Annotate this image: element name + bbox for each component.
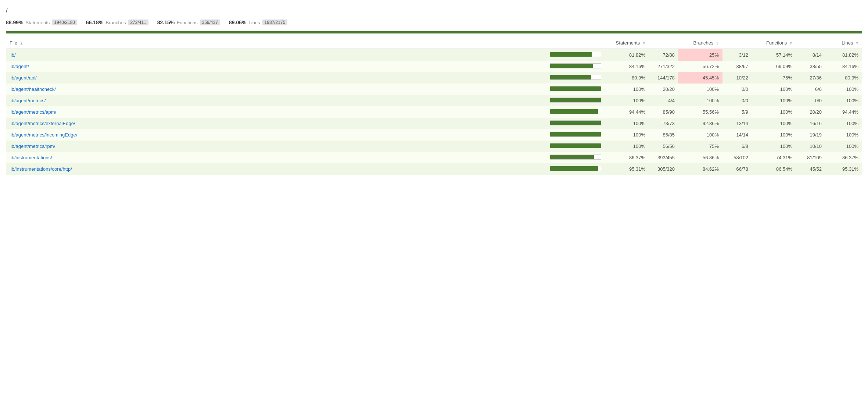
col-header-fn-num [796,37,825,49]
br-num: 13/14 [722,118,752,129]
fn-num: 6/6 [796,84,825,95]
stmt-pct: 94.44% [605,106,649,118]
col-header-lines[interactable]: Lines ⇕ [825,37,862,49]
branches-badge: 272/411 [128,19,148,25]
ln-pct: 100% [825,84,862,95]
col-header-statements[interactable]: Statements ⇕ [605,37,649,49]
bar-cell [546,141,605,152]
file-link[interactable]: lib/agent/metrics/ [10,98,46,103]
functions-pct: 82.15% [157,19,175,25]
bar-cell [546,95,605,106]
col-header-file[interactable]: File ▲ [6,37,546,49]
sort-icon-lines: ⇕ [856,41,858,45]
br-num: 10/22 [722,72,752,84]
br-pct: 55.56% [678,106,722,118]
col-header-functions[interactable]: Functions ⇕ [752,37,796,49]
br-pct: 56.86% [678,152,722,163]
fn-num: 19/19 [796,129,825,141]
stmt-pct: 81.82% [605,49,649,61]
bar-cell [546,129,605,141]
sort-icon-statements: ⇕ [642,41,645,45]
ln-pct: 100% [825,118,862,129]
stmt-num: 271/322 [649,61,678,72]
br-num: 66/78 [722,163,752,175]
stmt-pct: 80.9% [605,72,649,84]
fn-num: 8/14 [796,49,825,61]
fn-pct: 100% [752,129,796,141]
br-num: 3/12 [722,49,752,61]
file-link[interactable]: lib/agent/metrics/apm/ [10,109,56,115]
ln-pct: 94.44% [825,106,862,118]
bar-cell [546,72,605,84]
table-header-row: File ▲ Statements ⇕ Branches ⇕ Functions… [6,37,862,49]
stmt-pct: 100% [605,141,649,152]
fn-num: 27/36 [796,72,825,84]
stmt-num: 85/85 [649,129,678,141]
fn-num: 81/109 [796,152,825,163]
fn-num: 16/16 [796,118,825,129]
stmt-num: 305/320 [649,163,678,175]
br-pct: 84.62% [678,163,722,175]
stmt-num: 4/4 [649,95,678,106]
bar-cell [546,84,605,95]
stmt-pct: 100% [605,118,649,129]
br-num: 14/14 [722,129,752,141]
ln-pct: 80.9% [825,72,862,84]
br-num: 0/0 [722,84,752,95]
table-row: lib/agent/metrics/incomingEdge/100%85/85… [6,129,862,141]
sort-icon-branches: ⇕ [716,41,719,45]
file-link[interactable]: lib/agent/metrics/externalEdge/ [10,121,75,126]
ln-pct: 95.31% [825,163,862,175]
fn-pct: 100% [752,118,796,129]
br-num: 58/102 [722,152,752,163]
table-row: lib/agent/metrics/rpm/100%56/5675%6/8100… [6,141,862,152]
sort-icon-functions: ⇕ [789,41,792,45]
br-pct: 25% [678,49,722,61]
col-header-branches[interactable]: Branches ⇕ [678,37,722,49]
table-row: lib/instrumentations/core/http/95.31%305… [6,163,862,175]
ln-pct: 100% [825,141,862,152]
lines-badge: 1937/2175 [262,19,288,25]
lines-pct: 89.06% [229,19,246,25]
table-row: lib/agent/metrics/apm/94.44%85/9055.56%5… [6,106,862,118]
breadcrumb: / [6,4,862,17]
functions-label: Functions [177,20,197,25]
ln-pct: 86.37% [825,152,862,163]
ln-pct: 84.16% [825,61,862,72]
col-header-bar [546,37,605,49]
file-link[interactable]: lib/agent/api/ [10,75,37,81]
file-link[interactable]: lib/instrumentations/ [10,155,52,160]
br-num: 0/0 [722,95,752,106]
file-link[interactable]: lib/ [10,52,16,58]
summary-bar: 88.99% Statements 1940/2180 66.18% Branc… [6,17,862,29]
page-container: / 88.99% Statements 1940/2180 66.18% Bra… [0,0,868,178]
stmt-pct: 100% [605,95,649,106]
br-pct: 100% [678,95,722,106]
fn-pct: 75% [752,72,796,84]
stmt-num: 20/20 [649,84,678,95]
file-link[interactable]: lib/agent/healthcheck/ [10,86,56,92]
bar-cell [546,118,605,129]
fn-num: 38/55 [796,61,825,72]
table-row: lib/agent/api/80.9%144/17845.45%10/2275%… [6,72,862,84]
fn-pct: 100% [752,106,796,118]
statements-label: Statements [25,20,50,25]
stmt-pct: 100% [605,129,649,141]
br-pct: 45.45% [678,72,722,84]
stmt-pct: 100% [605,84,649,95]
stmt-pct: 84.16% [605,61,649,72]
file-link[interactable]: lib/agent/ [10,64,29,69]
coverage-bar [6,31,862,33]
file-link[interactable]: lib/instrumentations/core/http/ [10,166,72,172]
table-row: lib/agent/84.16%271/32256.72%38/6769.09%… [6,61,862,72]
bar-cell [546,152,605,163]
stmt-num: 72/88 [649,49,678,61]
table-row: lib/agent/metrics/externalEdge/100%73/73… [6,118,862,129]
statements-pct: 88.99% [6,19,23,25]
table-row: lib/agent/metrics/100%4/4100%0/0100%0/01… [6,95,862,106]
file-link[interactable]: lib/agent/metrics/rpm/ [10,143,55,149]
file-link[interactable]: lib/agent/metrics/incomingEdge/ [10,132,77,138]
fn-pct: 100% [752,95,796,106]
lines-label: Lines [249,20,260,25]
table-row: lib/81.82%72/8825%3/1257.14%8/1481.82% [6,49,862,61]
